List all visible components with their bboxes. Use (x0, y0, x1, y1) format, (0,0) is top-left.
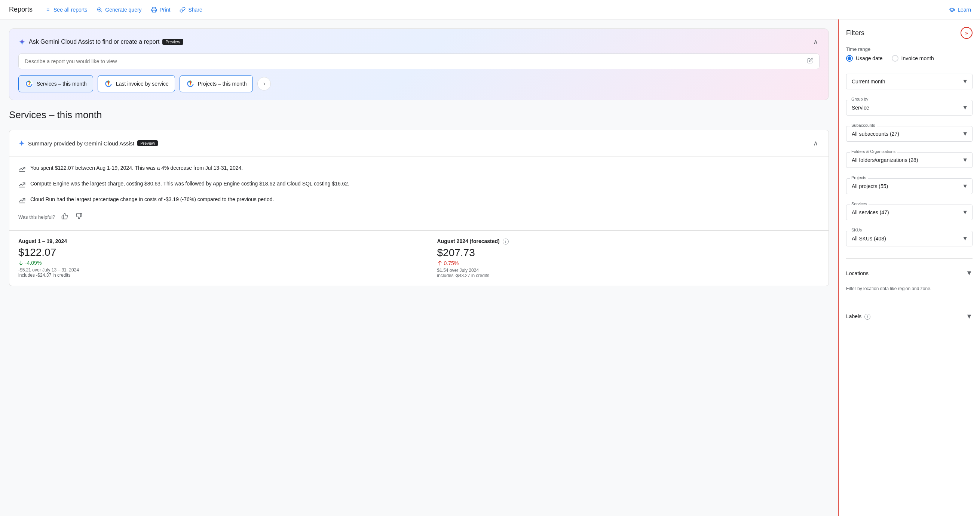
services-label: Services (850, 202, 869, 206)
stat-delta-left: -4.09% (18, 260, 401, 266)
suggestion-services-month[interactable]: Services – this month (18, 75, 93, 92)
labels-expand-icon: ▼ (966, 313, 972, 321)
gemini-suggestions: Services – this month Last invoice by se… (18, 75, 819, 92)
locations-expandable[interactable]: Locations ▼ (846, 266, 972, 280)
current-month-select[interactable]: Current month (846, 74, 972, 89)
folders-orgs-label: Folders & Organizations (850, 149, 897, 154)
thumbs-up-icon (61, 213, 68, 219)
skus-select[interactable]: All SKUs (408) (846, 231, 972, 246)
projects-select[interactable]: All projects (55) (846, 178, 972, 194)
see-all-reports-link[interactable]: ≡ See all reports (45, 6, 87, 13)
gcp-logo-icon-3 (186, 79, 195, 88)
stat-block-right: August 2024 (forecasted) i $207.73 0.75%… (437, 238, 820, 278)
nav-actions: ≡ See all reports Generate query Print (45, 6, 971, 13)
services-select[interactable]: All services (47) (846, 205, 972, 220)
query-icon (96, 6, 103, 13)
generate-query-link[interactable]: Generate query (96, 6, 142, 13)
summary-item-3: Cloud Run had the largest percentage cha… (18, 195, 819, 204)
stat-credits-left: includes -$24.37 in credits (18, 273, 401, 278)
list-icon: ≡ (45, 6, 51, 13)
gemini-sparkle-icon (18, 140, 25, 146)
current-month-select-wrap: Current month ▼ (846, 74, 972, 89)
suggestion-last-invoice[interactable]: Last invoice by service (98, 75, 175, 92)
collapse-filters-button[interactable]: » (961, 27, 972, 39)
locations-expand-icon: ▼ (966, 269, 972, 277)
group-by-label: Group by (850, 97, 870, 101)
projects-label: Projects (850, 175, 868, 180)
stats-row: August 1 – 19, 2024 $122.07 -4.09% -$5.2… (10, 230, 829, 286)
skus-label: SKUs (850, 228, 863, 232)
stat-sub-right: $1.54 over July 2024 (437, 268, 820, 273)
gemini-card: Ask Gemini Cloud Assist to find or creat… (9, 29, 829, 100)
print-icon (151, 6, 158, 13)
content-area: Ask Gemini Cloud Assist to find or creat… (0, 19, 838, 516)
svg-point-8 (108, 84, 109, 86)
gemini-card-header: Ask Gemini Cloud Assist to find or creat… (18, 36, 819, 48)
radio-inner-usage (848, 56, 851, 60)
arrow-up-icon (437, 260, 442, 266)
collapse-gemini-button[interactable]: ∧ (812, 36, 819, 48)
page-title: Services – this month (9, 109, 829, 121)
summary-body: You spent $122.07 between Aug 1-19, 2024… (10, 157, 829, 211)
filter-divider-1 (846, 258, 972, 259)
labels-info-icon[interactable]: i (864, 314, 870, 320)
forecasted-info-icon[interactable]: i (503, 238, 509, 245)
summary-preview-badge: Preview (137, 140, 158, 146)
thumbs-down-icon (76, 213, 82, 219)
filters-header: Filters » (846, 27, 972, 39)
app-title: Reports (9, 6, 33, 13)
subaccounts-select-wrap: Subaccounts All subaccounts (27) ▼ (846, 126, 972, 142)
group-by-select[interactable]: Service (846, 100, 972, 116)
svg-point-6 (29, 84, 30, 86)
gemini-search-input[interactable] (25, 58, 807, 64)
gcp-logo-icon (25, 79, 33, 88)
subaccounts-label: Subaccounts (850, 123, 877, 127)
radio-invoice-month[interactable]: Invoice month (892, 55, 934, 62)
radio-circle-invoice (892, 55, 899, 62)
radio-usage-date[interactable]: Usage date (846, 55, 883, 62)
summary-item-1: You spent $122.07 between Aug 1-19, 2024… (18, 164, 819, 172)
summary-card-header: Summary provided by Gemini Cloud Assist … (10, 130, 829, 157)
thumbs-down-button[interactable] (74, 211, 84, 223)
folders-orgs-select-wrap: Folders & Organizations All folders/orga… (846, 152, 972, 168)
trend-icon-2 (18, 181, 26, 188)
learn-link[interactable]: Learn (948, 6, 971, 13)
stat-amount-left: $122.07 (18, 246, 401, 258)
trend-icon-1 (18, 165, 26, 172)
arrow-down-icon (18, 260, 24, 265)
stat-sub-left: -$5.21 over July 13 – 31, 2024 (18, 267, 401, 273)
folders-orgs-select[interactable]: All folders/organizations (28) (846, 152, 972, 168)
time-range-radio-group: Usage date Invoice month (846, 55, 972, 62)
summary-item-2: Compute Engine was the largest charge, c… (18, 180, 819, 188)
subaccounts-select[interactable]: All subaccounts (27) (846, 126, 972, 142)
labels-expandable[interactable]: Labels i ▼ (846, 310, 972, 324)
summary-card: Summary provided by Gemini Cloud Assist … (9, 130, 829, 286)
print-link[interactable]: Print (151, 6, 170, 13)
time-range-section: Time range Usage date Invoice month (846, 46, 972, 68)
skus-select-wrap: SKUs All SKUs (408) ▼ (846, 231, 972, 246)
radio-circle-usage (846, 55, 853, 62)
suggestions-next-button[interactable]: › (257, 77, 271, 90)
svg-line-1 (100, 11, 102, 12)
stat-delta-right: 0.75% (437, 260, 820, 266)
preview-badge: Preview (162, 39, 183, 45)
share-link[interactable]: Share (179, 6, 202, 13)
time-range-label: Time range (846, 46, 972, 52)
trend-icon-3 (18, 196, 26, 204)
group-by-select-wrap: Group by Service ▼ (846, 100, 972, 116)
gcp-logo-icon-2 (104, 79, 113, 88)
collapse-summary-button[interactable]: ∧ (812, 138, 819, 149)
learn-icon (948, 6, 955, 13)
thumbs-up-button[interactable] (60, 211, 70, 223)
gemini-input-wrap (18, 54, 819, 69)
svg-rect-4 (153, 10, 156, 12)
filters-panel: Filters » Time range Usage date Invoice … (838, 19, 980, 516)
stat-divider (419, 238, 419, 278)
stat-credits-right: includes -$43.27 in credits (437, 273, 820, 278)
edit-icon (807, 57, 813, 65)
summary-title: Summary provided by Gemini Cloud Assist … (18, 140, 158, 146)
top-nav: Reports ≡ See all reports Generate query (0, 0, 980, 19)
suggestion-projects-month[interactable]: Projects – this month (180, 75, 253, 92)
stat-period-left: August 1 – 19, 2024 (18, 238, 401, 244)
stat-period-right: August 2024 (forecasted) i (437, 238, 820, 245)
